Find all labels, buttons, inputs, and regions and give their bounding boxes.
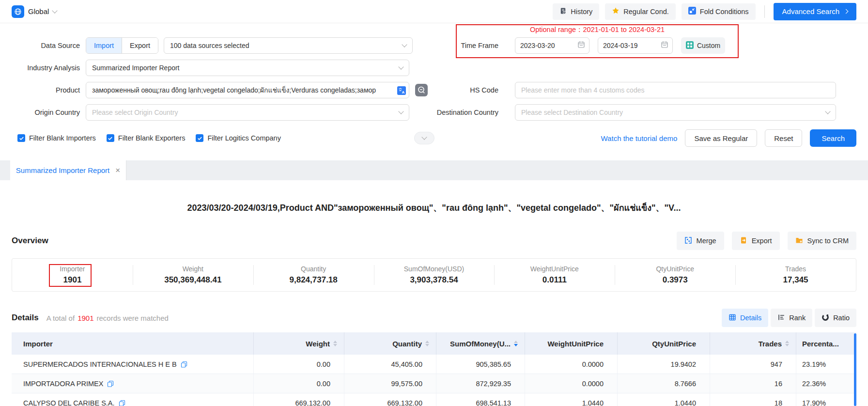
close-icon[interactable]: × [115,166,120,174]
start-date-value[interactable] [515,38,577,53]
view-details-button[interactable]: Details [722,309,768,327]
industry-analysis-select[interactable]: Summarized Importer Report [86,60,409,76]
data-source-label: Data Source [12,42,86,49]
table-row[interactable]: IMPORTADORA PRIMEX 0.00 99,575.00 872,92… [12,374,856,393]
fold-conditions-button[interactable]: Fold Conditions [682,3,756,20]
merge-icon [684,236,692,246]
export-tab[interactable]: Export [122,38,158,53]
tutorial-demo-link[interactable]: Watch the tutorial demo [601,134,678,142]
merge-button[interactable]: Merge [677,232,724,250]
cell-percentage: 23.19% [796,355,856,374]
collapse-form-button[interactable] [414,132,434,144]
view-rank-button[interactable]: Rank [771,309,812,327]
overview-header: Overview Merge Export Sync to CRM [12,231,856,250]
cell-qty-unit-price: 19.9402 [618,355,710,374]
end-date-value[interactable] [598,38,661,53]
chevron-down-icon [421,134,427,140]
col-percentage: Percenta... [796,332,856,355]
checkbox-label: Filter Logitics Company [207,134,281,142]
tab-bar: Summarized Importer Report × [0,160,868,180]
details-table: Importer Weight Quantity SumOfMoney(U...… [12,332,856,406]
cell-trades: 16 [710,374,796,393]
tab-summarized-importer-report[interactable]: Summarized Importer Report × [10,160,126,180]
col-weight[interactable]: Weight [254,332,344,355]
chevron-down-icon [398,109,403,114]
cell-percentage: 17.90% [796,393,856,406]
filter-blank-exporters-checkbox[interactable]: Filter Blank Exporters [107,134,186,142]
view-ratio-button[interactable]: Ratio [815,309,856,327]
checkbox-checked-icon [196,134,203,142]
stat-quantity: Quantity 9,824,737.18 [253,259,374,291]
match-summary: A total of1901records were matched [46,314,169,322]
filter-logitics-company-checkbox[interactable]: Filter Logitics Company [196,134,281,142]
import-tab[interactable]: Import [86,38,122,53]
data-sources-select[interactable]: 100 data sources selected [164,37,413,54]
cell-weight: 0.00 [254,374,344,393]
region-selector[interactable]: Global [12,5,57,18]
end-date-input[interactable] [598,37,673,54]
product-input[interactable] [86,82,409,98]
importer-name[interactable]: SUPERMERCADOS INTERNACIONALES H E B [23,360,177,368]
stat-label: WeightUnitPrice [530,265,579,273]
time-frame-label: Time Frame [426,37,507,54]
cell-weight: 0.00 [254,355,344,374]
chevron-down-icon [402,42,407,47]
history-label: History [571,8,592,16]
cell-qty-unit-price: 1.0440 [618,393,710,406]
col-trades[interactable]: Trades [710,332,796,355]
stat-label: QtyUnitPrice [656,265,694,273]
stat-qty-unit-price: QtyUnitPrice 0.3973 [615,259,735,291]
overview-actions: Merge Export Sync to CRM [677,232,856,250]
importer-name[interactable]: IMPORTADORA PRIMEX [23,380,103,388]
tab-title: Summarized Importer Report [16,166,109,174]
advanced-search-button[interactable]: Advanced Search [774,3,856,20]
calendar-icon [661,41,668,50]
table-row[interactable]: SUPERMERCADOS INTERNACIONALES H E B 0.00… [12,355,856,374]
translate-icon[interactable]: A [397,86,406,95]
chevron-right-icon [844,9,849,14]
form-row-filters: Filter Blank Importers Filter Blank Expo… [12,129,856,147]
history-button[interactable]: History [553,3,599,20]
copy-icon[interactable] [107,380,114,387]
col-sum-of-money[interactable]: SumOfMoney(U... [436,332,525,355]
overview-stats-card: Importer 1901 Weight 350,369,448.41 Quan… [12,258,856,292]
destination-country-select[interactable]: Please select Destination Country [515,104,836,121]
chevron-down-icon [398,64,403,69]
filter-blank-importers-checkbox[interactable]: Filter Blank Importers [17,134,96,142]
cell-qty-unit-price: 8.7666 [618,374,710,393]
optional-range-note: Optional range：2021-01-01 to 2024-03-21 [456,25,739,34]
sort-icon[interactable] [785,341,789,346]
save-as-regular-button[interactable]: Save as Regular [685,129,757,147]
form-actions: Watch the tutorial demo Save as Regular … [601,129,856,147]
table-row[interactable]: CALYPSO DEL CARIBE S.A. 669,132.00 669,1… [12,393,856,406]
copy-icon[interactable] [181,361,187,368]
search-form: Optional range：2021-01-01 to 2024-03-21 … [0,23,868,160]
cell-quantity: 99,575.00 [344,374,436,393]
export-button[interactable]: Export [732,232,780,250]
custom-button[interactable]: Custom [681,37,725,54]
sort-icon[interactable] [333,341,337,346]
start-date-input[interactable] [515,37,589,54]
stat-importer: Importer 1901 [12,259,133,291]
fold-conditions-label: Fold Conditions [700,8,749,16]
chevron-down-icon [52,8,58,13]
search-button[interactable]: Search [810,129,856,147]
importer-name[interactable]: CALYPSO DEL CARIBE S.A. [23,399,115,406]
hs-code-input[interactable] [515,82,836,98]
table-scrollbar[interactable] [854,333,856,406]
copy-icon[interactable] [119,400,125,406]
origin-country-select[interactable]: Please select Origin Country [86,104,409,121]
data-sources-value: 100 data sources selected [170,42,403,49]
stat-label: Weight [183,265,203,273]
regular-cond-button[interactable]: Regular Cond. [605,3,676,20]
stat-value: 1901 [63,275,82,285]
stat-value: 350,369,448.41 [164,275,221,285]
sort-icon-active-desc[interactable] [514,341,518,346]
reset-button[interactable]: Reset [765,129,802,147]
sync-to-crm-button[interactable]: Sync to CRM [788,232,856,250]
col-qty-unit-price: QtyUnitPrice [618,332,710,355]
sort-icon[interactable] [425,341,429,346]
col-quantity[interactable]: Quantity [344,332,436,355]
data-source-toggle: Import Export [86,37,158,54]
details-title: Details [12,313,39,323]
